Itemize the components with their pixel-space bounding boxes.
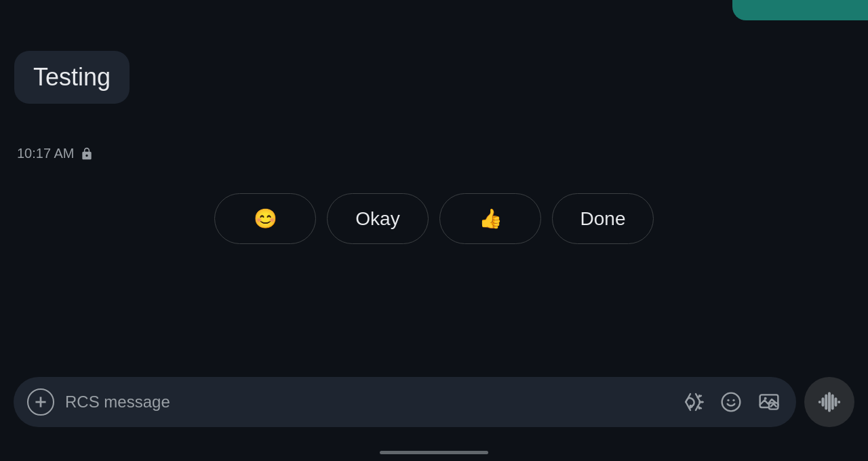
- ai-reply-button[interactable]: [679, 388, 707, 416]
- svg-point-9: [764, 397, 767, 400]
- voice-button[interactable]: [804, 377, 854, 427]
- suggestion-okay[interactable]: Okay: [327, 193, 429, 244]
- chat-area: Testing 10:17 AM 😊 Okay 👍 Done: [0, 0, 868, 461]
- svg-point-7: [732, 399, 734, 401]
- svg-point-5: [722, 393, 741, 412]
- time-text: 10:17 AM: [17, 146, 75, 161]
- svg-point-3: [701, 401, 703, 403]
- message-bubble: Testing: [14, 51, 130, 104]
- suggestion-thumbsup[interactable]: 👍: [439, 193, 541, 244]
- svg-point-4: [698, 407, 701, 409]
- suggestion-done[interactable]: Done: [552, 193, 654, 244]
- suggestions-row: 😊 Okay 👍 Done: [0, 193, 868, 244]
- message-input[interactable]: [65, 393, 669, 412]
- emoji-button[interactable]: [717, 388, 745, 416]
- input-container: [14, 377, 796, 427]
- home-indicator: [380, 451, 488, 454]
- suggestion-emoji-smiley[interactable]: 😊: [214, 193, 316, 244]
- lock-icon: [80, 146, 94, 161]
- svg-point-6: [727, 399, 729, 401]
- svg-point-11: [771, 405, 772, 406]
- bottom-bar: [0, 377, 868, 427]
- add-button[interactable]: [27, 388, 54, 416]
- media-button[interactable]: [755, 388, 783, 416]
- message-timestamp: 10:17 AM: [17, 146, 94, 161]
- top-right-button[interactable]: [732, 0, 868, 20]
- svg-point-2: [698, 395, 701, 397]
- message-text: Testing: [33, 63, 111, 91]
